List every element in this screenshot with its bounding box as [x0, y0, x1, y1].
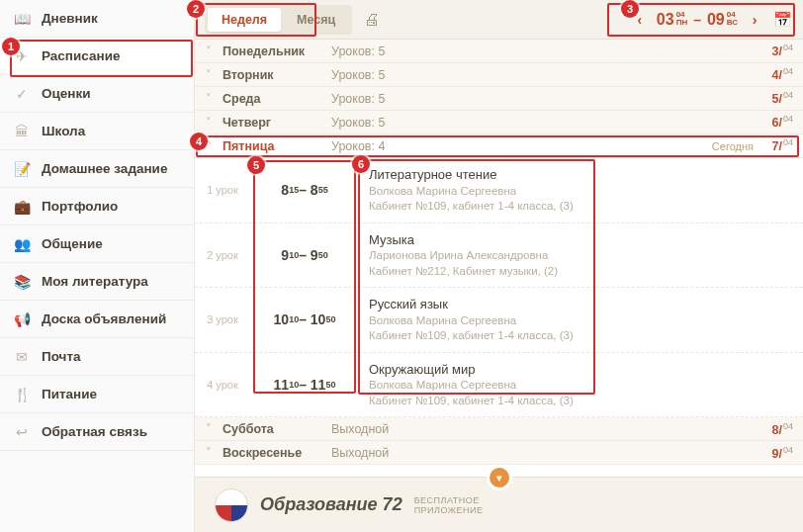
lesson-time: 1010 – 1050 [250, 288, 359, 352]
days-list: ˅ПонедельникУроков: 53/04˅ВторникУроков:… [195, 40, 803, 465]
sidebar-icon: ↩ [12, 422, 32, 442]
lesson-teacher: Ларионова Ирина Александровна [369, 248, 793, 264]
sidebar-item-2[interactable]: ✓Оценки [0, 75, 194, 113]
sidebar-icon: ✓ [12, 84, 32, 104]
day-name: Вторник [223, 68, 331, 82]
banner-title: Образование 72 [260, 494, 402, 515]
day-name: Понедельник [223, 44, 331, 58]
lesson-time: 910 – 950 [250, 223, 359, 288]
chevron-down-icon: ˅ [195, 446, 223, 459]
lesson-body: Окружающий мирВолкова Марина СергеевнаКа… [359, 353, 803, 417]
lesson-room: Кабинет №109, кабинет 1-4 класса, (3) [369, 394, 793, 409]
scroll-down-icon[interactable]: ▾ [490, 468, 509, 488]
lesson-teacher: Волкова Марина Сергеевна [369, 184, 793, 200]
next-week-button[interactable]: › [744, 9, 765, 31]
day-info: Выходной [331, 446, 761, 460]
annotation-2: 2 [187, 0, 205, 18]
day-info: Уроков: 5 [331, 92, 761, 106]
sidebar-icon: 💼 [12, 197, 32, 217]
lesson-number: 3 урок [195, 288, 250, 352]
calendar-icon[interactable]: 📅 [771, 9, 793, 31]
sidebar-item-10[interactable]: 🍴Питание [0, 376, 194, 413]
lesson-time: 1110 – 1150 [250, 353, 359, 417]
lesson-room: Кабинет №212, Кабинет музыки, (2) [369, 264, 793, 280]
sidebar-icon: 🍴 [12, 385, 32, 404]
sidebar-icon: 👥 [12, 234, 32, 254]
lesson-title: Русский язык [369, 296, 793, 313]
sidebar-label: Питание [42, 387, 97, 401]
sidebar-label: Моя литература [42, 274, 148, 289]
lesson-row: 2 урок910 – 950МузыкаЛарионова Ирина Але… [195, 223, 803, 289]
lesson-number: 4 урок [195, 353, 250, 417]
sidebar-item-3[interactable]: 🏛Школа [0, 113, 194, 150]
date-navigator: ‹ 03 04 ПН – 09 04 ВС [629, 9, 793, 31]
lesson-title: Окружающий мир [369, 361, 793, 379]
day-row[interactable]: ˅ПонедельникУроков: 53/04 [195, 40, 803, 63]
sidebar: 📖Дневник✈Расписание✓Оценки🏛Школа📝Домашне… [0, 0, 195, 532]
sidebar-item-6[interactable]: 👥Общение [0, 225, 194, 263]
lesson-teacher: Волкова Марина Сергеевна [369, 378, 793, 394]
lesson-row: 1 урок815 – 855Литературное чтениеВолков… [195, 158, 803, 223]
day-date: 5/04 [761, 90, 803, 106]
chevron-down-icon: ˅ [195, 68, 223, 81]
banner-logo-icon [215, 488, 248, 522]
day-name: Пятница [223, 139, 331, 153]
day-date: 3/04 [761, 43, 803, 58]
sidebar-icon: 📖 [12, 9, 32, 29]
lesson-row: 4 урок1110 – 1150Окружающий мирВолкова М… [195, 353, 803, 418]
day-row[interactable]: ˅СубботаВыходной8/04 [195, 417, 803, 441]
sidebar-item-0[interactable]: 📖Дневник [0, 0, 194, 38]
sidebar-item-11[interactable]: ↩Обратная связь [0, 413, 194, 451]
sidebar-item-1[interactable]: ✈Расписание [0, 38, 194, 75]
annotation-3: 3 [621, 0, 639, 18]
day-row[interactable]: ˅ЧетвергУроков: 56/04 [195, 111, 803, 134]
today-label: Сегодня [712, 140, 754, 152]
sidebar-label: Оценки [42, 86, 91, 101]
range-to-dow: ВС [727, 19, 738, 27]
annotation-1: 1 [2, 38, 20, 55]
chevron-down-icon: ˅ [195, 92, 223, 105]
sidebar-item-8[interactable]: 📢Доска объявлений [0, 301, 194, 338]
main-panel: Неделя Месяц 🖨 ‹ 03 04 ПН – 09 [195, 0, 803, 532]
sidebar-item-9[interactable]: ✉Почта [0, 338, 194, 376]
sidebar-label: Почта [42, 349, 81, 364]
toolbar: Неделя Месяц 🖨 ‹ 03 04 ПН – 09 [195, 0, 803, 40]
lesson-body: Русский языкВолкова Марина СергеевнаКаби… [359, 288, 803, 352]
day-row[interactable]: ˅ВторникУроков: 54/04 [195, 63, 803, 87]
lesson-teacher: Волкова Марина Сергеевна [369, 313, 793, 329]
lesson-title: Литературное чтение [369, 166, 793, 184]
day-date: 7/04 [761, 137, 803, 153]
day-name: Воскресенье [223, 446, 331, 460]
print-icon[interactable]: 🖨 [360, 8, 384, 32]
lesson-number: 1 урок [195, 158, 250, 222]
view-tabs: Неделя Месяц [205, 5, 352, 35]
range-from-dow: ПН [676, 19, 688, 27]
day-row[interactable]: ˅ВоскресеньеВыходной9/04 [195, 441, 803, 465]
sidebar-label: Расписание [42, 48, 120, 63]
sidebar-icon: 📢 [12, 310, 32, 329]
sidebar-label: Дневник [42, 11, 98, 26]
tab-week[interactable]: Неделя [208, 8, 281, 32]
sidebar-icon: 📚 [12, 272, 32, 292]
day-row[interactable]: ˄ПятницаУроков: 4Сегодня7/04 [195, 134, 803, 158]
chevron-down-icon: ˅ [195, 116, 223, 129]
sidebar-item-4[interactable]: 📝Домашнее задание [0, 150, 194, 188]
lesson-body: МузыкаЛарионова Ирина АлександровнаКабин… [359, 223, 803, 288]
lesson-time: 815 – 855 [250, 158, 359, 222]
lesson-room: Кабинет №109, кабинет 1-4 класса, (3) [369, 199, 793, 215]
tab-month[interactable]: Месяц [283, 8, 349, 32]
sidebar-item-5[interactable]: 💼Портфолио [0, 188, 194, 225]
day-info: Уроков: 4 [331, 139, 712, 153]
day-row[interactable]: ˅СредаУроков: 55/04 [195, 87, 803, 111]
annotation-5: 5 [247, 156, 265, 174]
day-date: 6/04 [761, 114, 803, 130]
lesson-body: Литературное чтениеВолкова Марина Сергее… [359, 158, 803, 222]
sidebar-item-7[interactable]: 📚Моя литература [0, 263, 194, 301]
annotation-6: 6 [352, 155, 370, 173]
day-name: Четверг [223, 116, 331, 130]
day-name: Суббота [223, 422, 331, 436]
banner-subtitle: БЕСПЛАТНОЕ ПРИЛОЖЕНИЕ [414, 495, 484, 515]
date-range: 03 04 ПН – 09 04 ВС [657, 11, 738, 29]
range-to-day: 09 [707, 11, 725, 29]
range-from-day: 03 [657, 11, 674, 29]
